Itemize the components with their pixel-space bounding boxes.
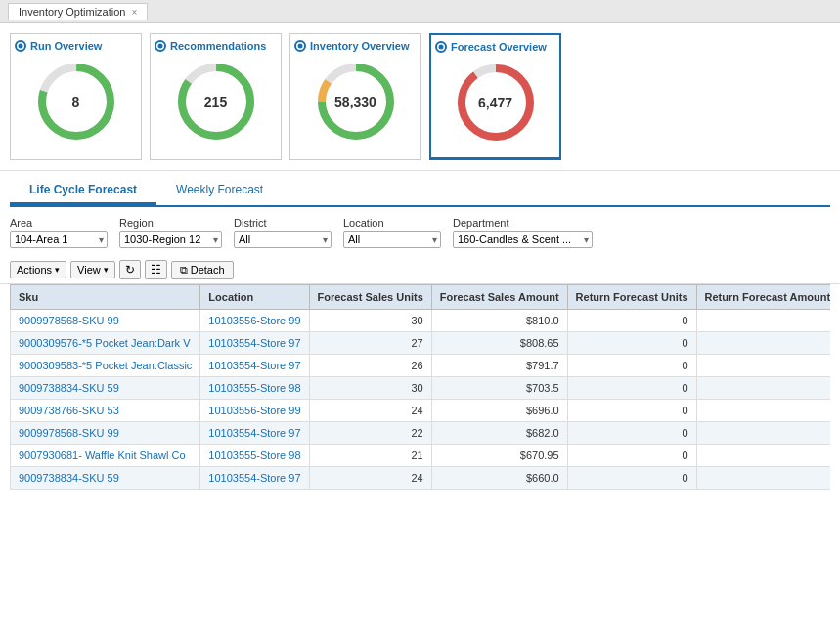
- cell-sku[interactable]: 9009978568-SKU 99: [11, 310, 200, 332]
- inventory-optimization-tab[interactable]: Inventory Optimization ×: [8, 3, 148, 20]
- cell-sku[interactable]: 9000309576-*5 Pocket Jean:Dark V: [11, 332, 200, 355]
- col-header-forecastSalesAmount: Forecast Sales Amount: [431, 285, 567, 310]
- cell-sku[interactable]: 9009738834-SKU 59: [11, 377, 200, 400]
- actions-button[interactable]: Actions ▾: [10, 261, 66, 278]
- location-select[interactable]: All: [343, 231, 441, 248]
- col-header-forecastSalesUnits: Forecast Sales Units: [309, 285, 431, 310]
- cell-forecastSalesUnits: 22: [309, 422, 431, 445]
- table-wrap: SkuLocationForecast Sales UnitsForecast …: [10, 284, 830, 490]
- view-button[interactable]: View ▾: [70, 261, 115, 278]
- tab-label: Inventory Optimization: [19, 6, 125, 18]
- cell-location[interactable]: 10103556-Store 99: [200, 310, 309, 332]
- cell-forecastSalesAmount: $670.95: [431, 445, 567, 467]
- area-select[interactable]: 104-Area 1: [10, 231, 108, 248]
- cell-returnForecastUnits: 0: [567, 467, 696, 490]
- detach-button[interactable]: ⧉ Detach: [171, 261, 234, 279]
- donut-wrap-recommendations: 215: [172, 58, 260, 146]
- card-radio-forecast-overview: [435, 41, 447, 53]
- area-filter-group: Area 104-Area 1: [10, 217, 108, 248]
- view-label: View: [77, 264, 101, 276]
- donut-wrap-forecast-overview: 6,477: [452, 59, 540, 147]
- area-select-wrap: 104-Area 1: [10, 231, 108, 248]
- table-row: 9007930681- Waffle Knit Shawl Co10103555…: [11, 445, 831, 467]
- region-select[interactable]: 1030-Region 12: [119, 231, 222, 248]
- card-title-recommendations: Recommendations: [170, 40, 266, 52]
- cell-returnForecastAmount: [696, 422, 830, 445]
- cell-returnForecastUnits: 0: [567, 400, 696, 422]
- department-filter-group: Department 160-Candles & Scent ...: [453, 217, 593, 248]
- col-header-returnForecastUnits: Return Forecast Units: [567, 285, 696, 310]
- cell-forecastSalesAmount: $810.0: [431, 310, 567, 332]
- app-tab-bar: Inventory Optimization ×: [0, 0, 840, 23]
- cell-returnForecastUnits: 0: [567, 377, 696, 400]
- cell-location[interactable]: 10103555-Store 98: [200, 377, 309, 400]
- card-title-row: Forecast Overview: [435, 41, 555, 53]
- cell-location[interactable]: 10103555-Store 98: [200, 445, 309, 467]
- cell-location[interactable]: 10103554-Store 97: [200, 355, 309, 377]
- card-recommendations[interactable]: Recommendations 215: [150, 33, 282, 160]
- district-select-wrap: All: [234, 231, 332, 248]
- card-inventory-overview[interactable]: Inventory Overview 58,330: [289, 33, 421, 160]
- close-tab-icon[interactable]: ×: [131, 7, 137, 18]
- cell-sku[interactable]: 9009738766-SKU 53: [11, 400, 200, 422]
- data-table: SkuLocationForecast Sales UnitsForecast …: [10, 284, 830, 490]
- cell-sku[interactable]: 9009738834-SKU 59: [11, 467, 200, 490]
- department-label: Department: [453, 217, 593, 229]
- cell-location[interactable]: 10103556-Store 99: [200, 400, 309, 422]
- cell-sku[interactable]: 9009978568-SKU 99: [11, 422, 200, 445]
- district-filter-group: District All: [234, 217, 332, 248]
- cell-forecastSalesAmount: $682.0: [431, 422, 567, 445]
- detach-label: Detach: [191, 264, 225, 276]
- department-select-wrap: 160-Candles & Scent ...: [453, 231, 593, 248]
- cell-forecastSalesUnits: 24: [309, 467, 431, 490]
- tab-lifecycle[interactable]: Life Cycle Forecast: [10, 177, 156, 205]
- grid-icon: ☷: [151, 263, 161, 277]
- donut-label-run-overview: 8: [72, 94, 80, 109]
- table-body: 9009978568-SKU 9910103556-Store 9930$810…: [11, 310, 831, 490]
- main-container: Run Overview 8 Recommendations 215 Inven…: [0, 23, 840, 642]
- cell-sku[interactable]: 9007930681- Waffle Knit Shawl Co: [11, 445, 200, 467]
- table-row: 9009978568-SKU 9910103556-Store 9930$810…: [11, 310, 831, 332]
- card-title-forecast-overview: Forecast Overview: [451, 41, 547, 53]
- cell-returnForecastAmount: [696, 377, 830, 400]
- grid-view-button[interactable]: ☷: [145, 260, 167, 279]
- cell-location[interactable]: 10103554-Store 97: [200, 467, 309, 490]
- cell-sku[interactable]: 9000309583-*5 Pocket Jean:Classic: [11, 355, 200, 377]
- cell-forecastSalesAmount: $808.65: [431, 332, 567, 355]
- col-header-location: Location: [200, 285, 309, 310]
- cell-returnForecastUnits: 0: [567, 310, 696, 332]
- toolbar: Actions ▾ View ▾ ↻ ☷ ⧉ Detach: [0, 256, 840, 284]
- department-select[interactable]: 160-Candles & Scent ...: [453, 231, 593, 248]
- region-select-wrap: 1030-Region 12: [119, 231, 222, 248]
- cell-forecastSalesUnits: 30: [309, 310, 431, 332]
- location-label: Location: [343, 217, 441, 229]
- tab-weekly[interactable]: Weekly Forecast: [156, 177, 283, 205]
- table-row: 9000309583-*5 Pocket Jean:Classic1010355…: [11, 355, 831, 377]
- refresh-button[interactable]: ↻: [119, 260, 141, 279]
- card-title-row: Recommendations: [155, 40, 277, 52]
- cell-returnForecastAmount: [696, 332, 830, 355]
- col-header-sku: Sku: [11, 285, 200, 310]
- cell-location[interactable]: 10103554-Store 97: [200, 332, 309, 355]
- view-chevron-icon: ▾: [104, 265, 109, 275]
- actions-chevron-icon: ▾: [55, 265, 60, 275]
- cell-returnForecastUnits: 0: [567, 332, 696, 355]
- district-select[interactable]: All: [234, 231, 332, 248]
- cell-returnForecastUnits: 0: [567, 445, 696, 467]
- donut-label-recommendations: 215: [204, 94, 227, 109]
- card-run-overview[interactable]: Run Overview 8: [10, 33, 142, 160]
- cell-returnForecastUnits: 0: [567, 355, 696, 377]
- cell-returnForecastAmount: [696, 467, 830, 490]
- cell-forecastSalesAmount: $660.0: [431, 467, 567, 490]
- table-row: 9009738834-SKU 5910103555-Store 9830$703…: [11, 377, 831, 400]
- card-title-inventory-overview: Inventory Overview: [310, 40, 410, 52]
- card-forecast-overview[interactable]: Forecast Overview 6,477: [429, 33, 561, 160]
- donut-label-forecast-overview: 6,477: [478, 95, 512, 110]
- cell-location[interactable]: 10103554-Store 97: [200, 422, 309, 445]
- card-title-run-overview: Run Overview: [30, 40, 102, 52]
- card-radio-run-overview: [15, 40, 26, 52]
- donut-wrap-inventory-overview: 58,330: [312, 58, 400, 146]
- card-radio-recommendations: [155, 40, 166, 52]
- cell-forecastSalesUnits: 30: [309, 377, 431, 400]
- region-label: Region: [119, 217, 222, 229]
